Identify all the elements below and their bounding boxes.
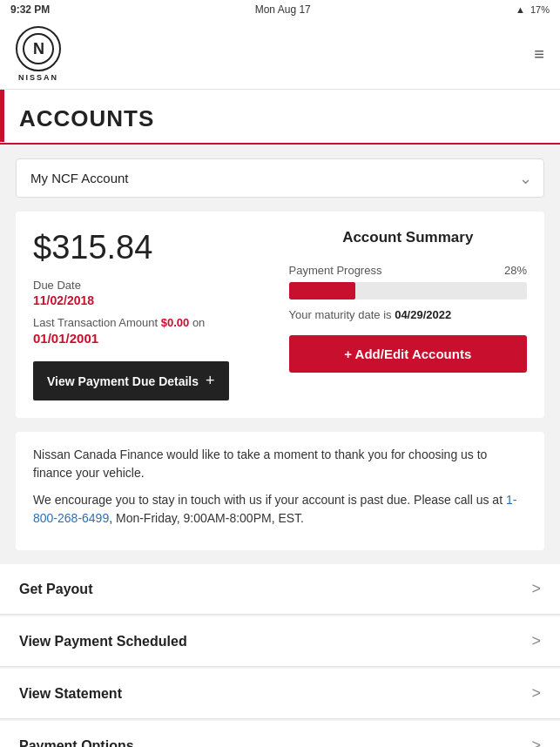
on-text: on <box>192 316 205 329</box>
last-transaction-date: 01/01/2001 <box>33 331 272 346</box>
info-paragraph-2-end: , Mon-Friday, 9:00AM-8:00PM, EST. <box>109 511 304 525</box>
status-icons: ▲ 17% <box>516 4 550 15</box>
menu-label-0: Get Payout <box>19 582 92 597</box>
battery-level: 17% <box>530 4 550 15</box>
menu-list: Get Payout > View Payment Scheduled > Vi… <box>0 564 560 747</box>
red-accent-bar <box>0 90 4 142</box>
menu-item-1[interactable]: View Payment Scheduled > <box>0 616 560 667</box>
due-date-label: Due Date <box>33 279 272 292</box>
account-select[interactable]: My NCF Account <box>16 158 544 198</box>
menu-item-3[interactable]: Payment Options > <box>0 721 560 747</box>
chevron-right-icon-3: > <box>531 737 541 747</box>
menu-item-0[interactable]: Get Payout > <box>0 564 560 615</box>
card-left-section: $315.84 Due Date 11/02/2018 Last Transac… <box>33 229 272 400</box>
info-paragraph-1: Nissan Canada Finance would like to take… <box>33 446 527 482</box>
info-paragraph-2-start: We encourage you to stay in touch with u… <box>33 493 506 507</box>
logo-letter: N <box>33 40 44 58</box>
due-date-value: 11/02/2018 <box>33 293 272 307</box>
payment-amount: $315.84 <box>33 229 272 266</box>
payment-progress-row: Payment Progress 28% <box>289 264 528 277</box>
view-payment-label: View Payment Due Details <box>47 374 199 388</box>
main-account-card: $315.84 Due Date 11/02/2018 Last Transac… <box>16 212 544 418</box>
status-bar: 9:32 PM Mon Aug 17 ▲ 17% <box>0 0 560 19</box>
plus-icon: + <box>206 372 215 390</box>
menu-label-2: View Statement <box>19 686 122 702</box>
maturity-label: Your maturity date is <box>289 308 392 321</box>
progress-bar-fill <box>289 282 356 299</box>
hamburger-menu-icon[interactable]: ≡ <box>534 44 544 64</box>
wifi-icon: ▲ <box>516 4 525 15</box>
logo-inner: N <box>23 33 54 64</box>
header: N NISSAN ≡ <box>0 19 560 90</box>
dropdown-wrapper[interactable]: My NCF Account ⌄ <box>16 158 544 198</box>
payment-progress-label: Payment Progress <box>289 264 382 277</box>
maturity-date-text: Your maturity date is 04/29/2022 <box>289 308 528 321</box>
last-transaction-amount: $0.00 <box>161 316 190 329</box>
chevron-right-icon-0: > <box>531 580 541 598</box>
nissan-logo: N NISSAN <box>16 26 61 82</box>
info-section: Nissan Canada Finance would like to take… <box>16 432 544 550</box>
last-transaction-line: Last Transaction Amount $0.00 on <box>33 316 272 329</box>
progress-bar-background <box>289 282 528 299</box>
status-day: Mon Aug 17 <box>255 3 311 16</box>
info-paragraph-2: We encourage you to stay in touch with u… <box>33 491 527 528</box>
menu-item-2[interactable]: View Statement > <box>0 669 560 719</box>
menu-label-3: Payment Options <box>19 738 134 748</box>
page-title-section: ACCOUNTS <box>0 90 560 145</box>
account-summary-section: Account Summary Payment Progress 28% You… <box>289 229 528 400</box>
account-dropdown-section: My NCF Account ⌄ <box>0 145 560 212</box>
chevron-right-icon-2: > <box>531 684 541 703</box>
logo-circle: N <box>16 26 61 71</box>
view-payment-due-button[interactable]: View Payment Due Details + <box>33 361 229 400</box>
payment-progress-pct: 28% <box>504 264 527 277</box>
last-transaction-label: Last Transaction Amount <box>33 316 158 329</box>
maturity-date-value: 04/29/2022 <box>395 308 451 321</box>
chevron-right-icon-1: > <box>531 632 541 650</box>
status-time: 9:32 PM <box>10 3 50 16</box>
menu-label-1: View Payment Scheduled <box>19 634 187 649</box>
page-title: ACCOUNTS <box>19 105 541 132</box>
add-edit-accounts-button[interactable]: + Add/Edit Accounts <box>289 335 528 373</box>
logo-brand-text: NISSAN <box>18 73 58 82</box>
account-summary-title: Account Summary <box>289 229 528 246</box>
